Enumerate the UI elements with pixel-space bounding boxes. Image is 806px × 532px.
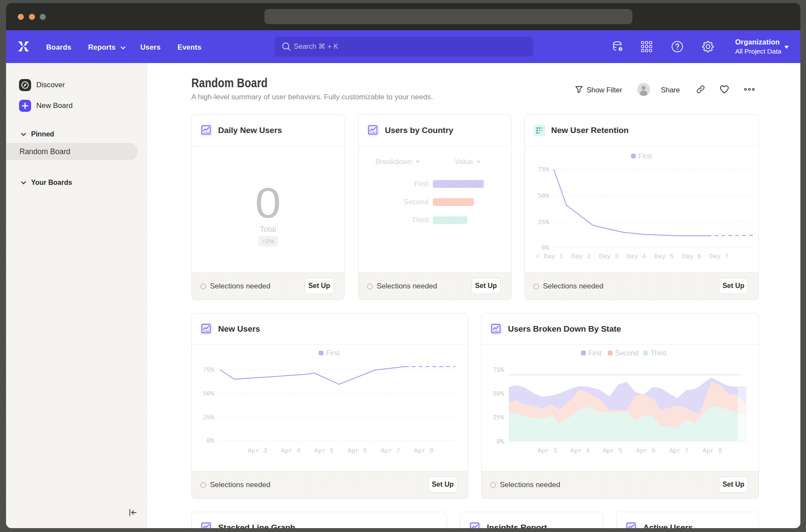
svg-text:Apr 6: Apr 6 [636, 447, 655, 455]
svg-text:Apr 5: Apr 5 [314, 447, 333, 455]
svg-text:25%: 25% [538, 219, 549, 226]
svg-text:75%: 75% [538, 166, 549, 173]
svg-text:First: First [588, 349, 602, 357]
svg-text:75%: 75% [493, 367, 504, 374]
svg-text:Day 1: Day 1 [543, 253, 563, 260]
svg-text:Second: Second [615, 349, 638, 357]
svg-text:First: First [638, 152, 652, 160]
svg-text:Apr 3: Apr 3 [537, 447, 557, 455]
svg-text:Apr 8: Apr 8 [414, 447, 433, 455]
svg-text:First: First [326, 349, 340, 357]
svg-text:25%: 25% [493, 414, 504, 421]
svg-text:<: < [536, 253, 539, 260]
svg-text:0%: 0% [497, 438, 505, 445]
svg-text:Apr 3: Apr 3 [248, 447, 267, 455]
svg-text:Third: Third [651, 349, 666, 357]
svg-text:Day 3: Day 3 [599, 253, 618, 260]
svg-text:Day 2: Day 2 [571, 253, 590, 260]
svg-text:Day 5: Day 5 [654, 253, 673, 260]
svg-text:0%: 0% [207, 437, 215, 444]
svg-text:50%: 50% [538, 193, 549, 200]
svg-text:50%: 50% [493, 390, 504, 397]
svg-text:75%: 75% [203, 367, 214, 374]
svg-text:Day 6: Day 6 [682, 253, 701, 260]
svg-text:Day 7: Day 7 [709, 253, 728, 260]
svg-text:Apr 5: Apr 5 [603, 447, 622, 455]
svg-text:50%: 50% [203, 390, 214, 397]
svg-text:Apr 7: Apr 7 [381, 447, 400, 455]
svg-text:Apr 6: Apr 6 [347, 447, 367, 455]
svg-text:Day 4: Day 4 [626, 253, 646, 260]
svg-text:Apr 4: Apr 4 [570, 447, 590, 455]
svg-text:25%: 25% [203, 414, 214, 421]
svg-text:Apr 4: Apr 4 [281, 447, 300, 455]
svg-text:Apr 7: Apr 7 [669, 447, 689, 455]
svg-text:0%: 0% [542, 244, 549, 251]
svg-text:Apr 8: Apr 8 [702, 447, 722, 455]
